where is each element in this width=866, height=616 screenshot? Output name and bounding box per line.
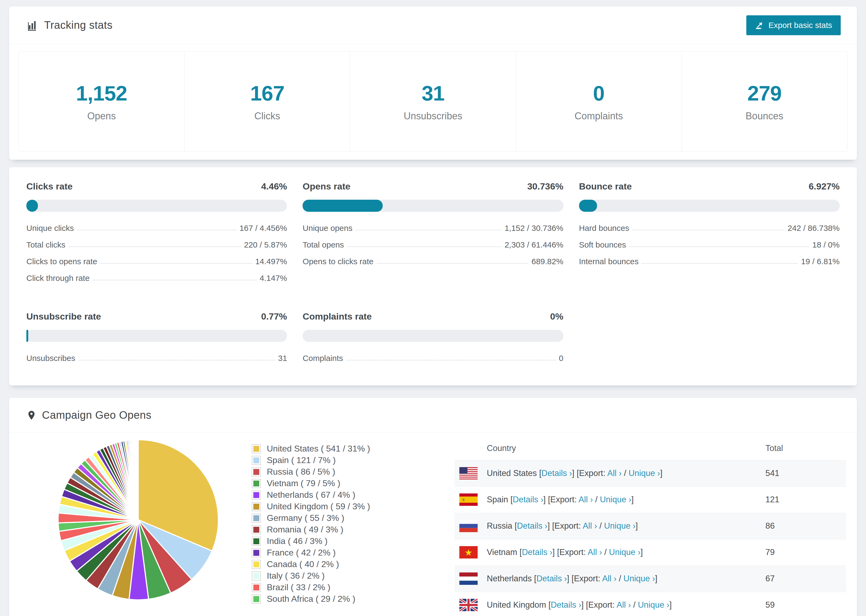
geo-content: United States ( 541 / 31% ) Spain ( 121 … [9,433,857,616]
details-link[interactable]: Details › [522,547,553,557]
legend-label: United Kingdom ( 59 / 3% ) [267,501,370,511]
rate-title: Clicks rate [26,181,72,192]
rate-rows: Unique opens 1,152 / 30.736% Total opens… [302,220,563,270]
dotted-leader [100,263,252,264]
rate-row-value: 14.497% [255,257,287,266]
geo-table-row-us: United States [Details ›] [Export: All ›… [455,460,846,486]
geo-table-row-gb: United Kingdom [Details ›] [Export: All … [455,592,846,616]
country-row-text: United Kingdom [Details ›] [Export: All … [487,600,672,610]
legend-item[interactable]: United States ( 541 / 31% ) [252,443,425,454]
stat-box-opens: 1,152 Opens [19,51,184,151]
rate-section-complaints: Complaints rate 0% Complaints 0 [302,311,563,366]
legend-item[interactable]: Vietnam ( 79 / 5% ) [252,478,425,489]
dotted-leader [347,247,501,247]
geo-title: Campaign Geo Opens [42,409,151,421]
legend-item[interactable]: Canada ( 40 / 2% ) [252,558,425,570]
export-unique-link[interactable]: Unique › [604,521,636,531]
export-basic-stats-label: Export basic stats [768,21,832,30]
export-all-link[interactable]: All › [607,468,622,478]
stat-box-complaints: 0 Complaints [516,51,682,151]
rate-row: Total opens 2,303 / 61.446% [302,237,563,253]
country-total: 67 [765,566,846,592]
stat-label: Clicks [254,110,280,122]
legend-item[interactable]: South Africa ( 29 / 2% ) [252,593,425,605]
campaign-geo-opens-card: Campaign Geo Opens United States ( 541 /… [9,398,857,616]
legend-label: Spain ( 121 / 7% ) [267,455,335,465]
rate-row-value: 1,152 / 30.736% [505,224,564,233]
stat-box-unsubscribes: 31 Unsubscribes [350,51,516,151]
rates-grid: Clicks rate 4.46% Unique clicks 167 / 4.… [26,181,840,366]
stat-value: 0 [593,81,604,105]
geo-legend: United States ( 541 / 31% ) Spain ( 121 … [252,443,425,605]
legend-swatch [252,502,261,511]
export-all-link[interactable]: All › [583,521,597,531]
export-unique-link[interactable]: Unique › [628,468,660,478]
legend-swatch [252,479,261,488]
export-all-link[interactable]: All › [616,600,631,610]
rate-section-clicks: Clicks rate 4.46% Unique clicks 167 / 4.… [26,181,287,286]
legend-item[interactable]: Russia ( 86 / 5% ) [252,466,425,478]
legend-item[interactable]: Italy ( 36 / 2% ) [252,570,425,581]
details-link[interactable]: Details › [513,495,543,504]
tracking-stats-header: Tracking stats Export basic stats [9,6,857,44]
rate-row-value: 18 / 0% [812,240,840,250]
details-link[interactable]: Details › [542,468,572,478]
country-total: 59 [765,592,846,616]
rate-title: Opens rate [302,181,350,192]
progress-bar-fill [579,200,597,212]
legend-item[interactable]: Netherlands ( 67 / 4% ) [252,489,425,501]
rate-section-bounce: Bounce rate 6.927% Hard bounces 242 / 86… [579,181,840,286]
country-name: United States [487,468,537,478]
export-unique-link[interactable]: Unique › [638,600,669,610]
legend-item[interactable]: Brazil ( 33 / 2% ) [252,581,425,593]
legend-item[interactable]: United Kingdom ( 59 / 3% ) [252,501,425,512]
details-link[interactable]: Details › [536,574,567,583]
rate-head: Unsubscribe rate 0.77% [26,311,287,322]
export-all-link[interactable]: All › [602,574,616,583]
dotted-leader [79,360,275,360]
legend-swatch [252,456,261,465]
dotted-leader [93,280,256,280]
legend-item[interactable]: Germany ( 55 / 3% ) [252,512,425,524]
flag-icon-gb [459,599,478,611]
export-basic-stats-button[interactable]: Export basic stats [746,15,841,35]
details-link[interactable]: Details › [517,521,548,531]
details-link[interactable]: Details › [551,600,581,610]
legend-item[interactable]: India ( 46 / 3% ) [252,535,425,547]
geo-table-col-total: Total [765,437,846,460]
progress-bar-fill [302,200,383,212]
progress-bar [302,330,563,342]
progress-bar [26,330,287,342]
rate-head: Clicks rate 4.46% [26,181,287,192]
country-row-text: Netherlands [Details ›] [Export: All › /… [487,574,657,583]
rate-row: Opens to clicks rate 689.82% [302,253,563,270]
stat-box-clicks: 167 Clicks [184,51,350,151]
country-name: United Kingdom [487,600,546,610]
stat-label: Bounces [746,110,783,122]
legend-label: France ( 42 / 2% ) [267,548,335,558]
rate-value: 6.927% [809,181,840,192]
export-all-link[interactable]: All › [587,547,602,557]
stat-label: Opens [87,110,116,122]
geo-header: Campaign Geo Opens [9,398,857,433]
legend-item[interactable]: Spain ( 121 / 7% ) [252,454,425,466]
stat-value: 1,152 [76,81,127,105]
legend-swatch [252,571,261,580]
legend-item[interactable]: France ( 42 / 2% ) [252,547,425,558]
export-all-link[interactable]: All › [578,495,593,504]
legend-swatch [252,548,261,558]
rate-value: 0% [550,311,564,322]
export-unique-link[interactable]: Unique › [624,574,655,583]
rate-value: 30.736% [527,181,563,192]
legend-label: Vietnam ( 79 / 5% ) [267,478,340,488]
legend-item[interactable]: Romania ( 49 / 3% ) [252,524,425,535]
rate-row: Internal bounces 19 / 6.81% [579,253,840,270]
rate-row-label: Unique opens [302,224,352,233]
geo-table-row-es: Spain [Details ›] [Export: All › / Uniqu… [455,486,846,513]
legend-label: Russia ( 86 / 5% ) [267,467,335,477]
rate-row-value: 220 / 5.87% [244,240,287,250]
export-unique-link[interactable]: Unique › [600,495,631,504]
stat-label: Complaints [575,110,623,122]
legend-swatch [252,560,261,569]
export-unique-link[interactable]: Unique › [609,547,640,557]
